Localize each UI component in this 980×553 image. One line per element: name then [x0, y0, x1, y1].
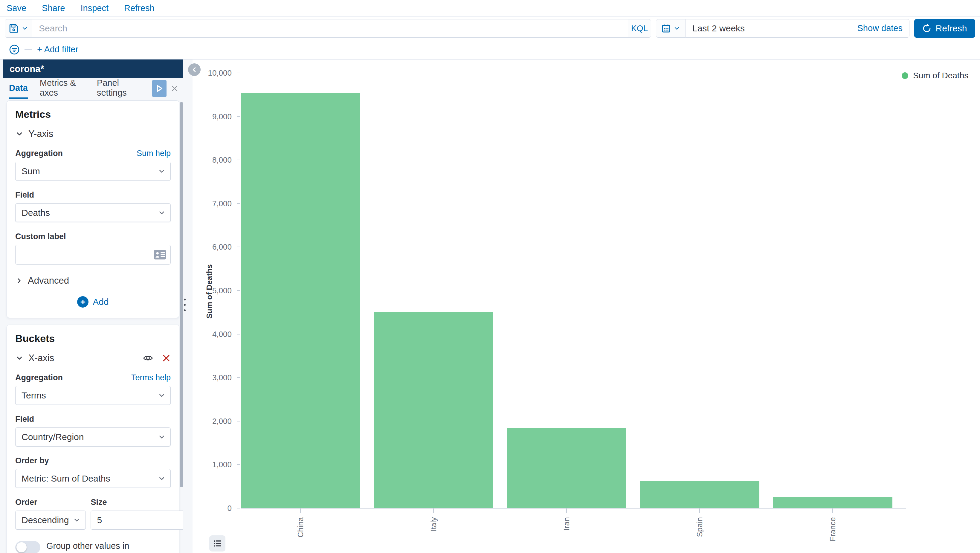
chevron-down-icon: [73, 516, 81, 524]
x-category-label: China: [296, 517, 305, 537]
size-input-wrap: [91, 510, 183, 530]
tab-panel-settings[interactable]: Panel settings: [97, 78, 140, 99]
buckets-title: Buckets: [15, 333, 171, 344]
y-tick-label: 4,000: [193, 330, 232, 339]
time-range-value[interactable]: Last 2 weeks: [692, 23, 745, 33]
y-axis-accordion-label: Y-axis: [29, 129, 53, 139]
y-tick-mark: [237, 334, 240, 334]
apply-changes-button[interactable]: [152, 80, 167, 97]
bar-spain[interactable]: [640, 481, 759, 508]
bar-italy[interactable]: [374, 312, 493, 508]
x-category-label-wrap: Italy: [389, 517, 478, 553]
order-by-value: Metric: Sum of Deaths: [22, 474, 110, 484]
date-picker-group: Last 2 weeks Show dates: [656, 19, 910, 38]
buckets-aggregation-select[interactable]: Terms: [15, 386, 171, 405]
y-tick-label: 2,000: [193, 417, 232, 426]
kql-button[interactable]: KQL: [628, 19, 651, 38]
sidebar-resize-handle[interactable]: [184, 299, 186, 311]
top-menu-bar: SaveShareInspectRefresh: [0, 0, 980, 17]
order-label: Order: [15, 498, 37, 507]
add-metric-button[interactable]: + Add: [15, 296, 171, 308]
size-label: Size: [91, 498, 107, 507]
y-tick-mark: [237, 464, 240, 465]
chevron-down-icon: [21, 25, 29, 32]
bar-france[interactable]: [773, 497, 892, 508]
chevron-down-icon: [158, 209, 165, 217]
order-select[interactable]: Descending: [15, 510, 86, 530]
y-tick-label: 9,000: [193, 112, 232, 121]
chevron-down-icon: [158, 167, 165, 175]
filter-circle-icon[interactable]: [9, 44, 20, 55]
group-other-label: Group other values in separate bucket: [46, 540, 160, 553]
sidebar-cards: Metrics Y-axis Aggregation Sum help Sum: [3, 99, 183, 553]
y-tick-mark: [237, 203, 240, 204]
y-tick-mark: [237, 246, 240, 247]
y-tick-label: 8,000: [193, 156, 232, 165]
y-tick-mark: [237, 116, 240, 117]
bar-china[interactable]: [241, 93, 360, 508]
sum-help-link[interactable]: Sum help: [137, 149, 171, 158]
y-tick-label: 5,000: [193, 286, 232, 296]
size-input[interactable]: [91, 511, 183, 529]
chevron-down-icon: [673, 25, 681, 32]
legend-series-label[interactable]: Sum of Deaths: [913, 71, 968, 80]
y-tick-label: 6,000: [193, 242, 232, 252]
tab-data[interactable]: Data: [9, 78, 28, 99]
aggregation-label: Aggregation: [15, 373, 63, 382]
x-axis-accordion-label: X-axis: [29, 353, 54, 364]
x-category-label-wrap: Spain: [655, 517, 745, 553]
vis-editor-sidebar: corona* DataMetrics & axesPanel settings…: [3, 59, 183, 553]
top-menu-links: SaveShareInspectRefresh: [6, 3, 154, 13]
x-category-label: France: [828, 517, 837, 541]
order-by-select[interactable]: Metric: Sum of Deaths: [15, 469, 171, 488]
x-tick-mark: [300, 508, 301, 513]
y-tick-label: 3,000: [193, 373, 232, 382]
eye-icon[interactable]: [143, 354, 153, 362]
show-dates-link[interactable]: Show dates: [857, 23, 902, 33]
remove-bucket-icon[interactable]: [162, 354, 171, 362]
y-tick-mark: [237, 508, 240, 509]
calendar-menu-button[interactable]: [656, 19, 686, 38]
discard-changes-button[interactable]: [167, 84, 183, 93]
buckets-card: Buckets X-axis: [6, 325, 180, 553]
bar-iran[interactable]: [507, 428, 626, 508]
order-value: Descending: [22, 515, 69, 525]
chevron-right-icon: [15, 277, 23, 284]
calendar-icon: [661, 24, 671, 33]
add-filter-link[interactable]: + Add filter: [37, 44, 78, 54]
buckets-aggregation-value: Terms: [22, 390, 46, 400]
play-icon: [154, 83, 164, 94]
custom-label-input[interactable]: [16, 245, 170, 264]
advanced-accordion[interactable]: Advanced: [15, 275, 171, 286]
metrics-title: Metrics: [15, 108, 171, 120]
sidebar-scrollbar[interactable]: [180, 102, 183, 487]
top-link-save[interactable]: Save: [6, 3, 26, 13]
custom-label-input-wrap: [15, 245, 171, 265]
top-link-refresh[interactable]: Refresh: [124, 3, 154, 13]
x-axis-accordion[interactable]: X-axis: [15, 353, 171, 364]
search-input[interactable]: [32, 19, 628, 38]
x-tick-mark: [699, 508, 700, 513]
y-tick-mark: [237, 421, 240, 421]
y-tick-mark: [237, 73, 240, 73]
time-range-display[interactable]: Last 2 weeks Show dates: [686, 19, 910, 38]
buckets-field-select[interactable]: Country/Region: [15, 427, 171, 447]
y-axis-accordion[interactable]: Y-axis: [15, 129, 171, 139]
x-tick-mark: [832, 508, 833, 513]
top-link-share[interactable]: Share: [42, 3, 65, 13]
top-link-inspect[interactable]: Inspect: [81, 3, 109, 13]
chart-panel: Sum of Deaths Sum of Deaths Country/Regi…: [192, 59, 980, 553]
saved-query-menu-button[interactable]: [5, 19, 32, 38]
aggregation-label: Aggregation: [15, 149, 63, 158]
contact-card-icon: [153, 249, 167, 261]
terms-help-link[interactable]: Terms help: [131, 373, 171, 382]
metrics-field-value: Deaths: [22, 208, 50, 218]
group-other-toggle[interactable]: [15, 541, 40, 553]
sidebar-tabs: DataMetrics & axesPanel settings: [3, 78, 183, 99]
metrics-aggregation-select[interactable]: Sum: [15, 162, 171, 181]
chevron-down-icon: [15, 130, 24, 138]
refresh-query-button[interactable]: Refresh: [914, 19, 975, 38]
tab-metrics-axes[interactable]: Metrics & axes: [40, 78, 85, 99]
legend-toggle-button[interactable]: [209, 536, 226, 551]
metrics-field-select[interactable]: Deaths: [15, 203, 171, 222]
